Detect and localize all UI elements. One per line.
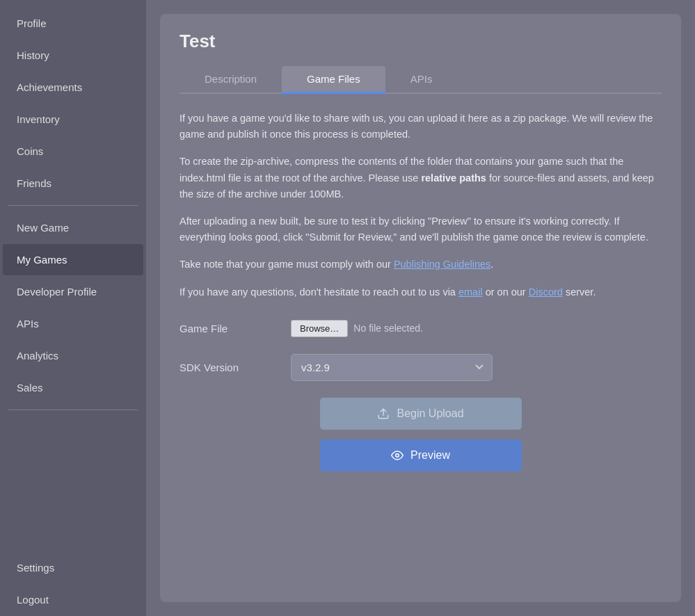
svg-point-1 — [396, 453, 399, 457]
tab-game-files[interactable]: Game Files — [282, 66, 385, 94]
sidebar: Profile History Achievements Inventory C… — [0, 0, 146, 616]
sdk-version-row: SDK Version v3.2.9 v3.2.8 v3.2.7 v3.1.0 — [179, 354, 662, 381]
sidebar-item-coins[interactable]: Coins — [3, 136, 143, 167]
sidebar-item-developer-profile[interactable]: Developer Profile — [3, 276, 143, 307]
email-link[interactable]: email — [458, 286, 483, 298]
sidebar-section-top: Profile History Achievements Inventory C… — [0, 7, 146, 200]
paragraph-2: To create the zip-archive, compress the … — [179, 154, 662, 202]
paragraph-3: After uploading a new built, be sure to … — [179, 213, 662, 245]
begin-upload-button[interactable]: Begin Upload — [320, 398, 522, 430]
publishing-guidelines-link[interactable]: Publishing Guidelines — [394, 259, 490, 270]
main-content: Test Description Game Files APIs If you … — [146, 0, 695, 616]
file-input-wrapper: Browse… No file selected. — [291, 320, 423, 337]
discord-link[interactable]: Discord — [529, 286, 563, 298]
sidebar-spacer — [0, 416, 146, 551]
preview-button[interactable]: Preview — [320, 439, 522, 471]
sidebar-item-settings[interactable]: Settings — [3, 552, 143, 583]
sidebar-item-history[interactable]: History — [3, 40, 143, 71]
sidebar-section-bottom: Settings Logout — [0, 551, 146, 616]
paragraph-4: Take note that your game must comply wit… — [179, 257, 662, 273]
sidebar-item-analytics[interactable]: Analytics — [3, 340, 143, 371]
game-file-label: Game File — [179, 323, 291, 334]
tab-apis[interactable]: APIs — [385, 66, 458, 94]
sidebar-divider-mid — [8, 410, 138, 410]
sidebar-item-sales[interactable]: Sales — [3, 372, 143, 403]
sidebar-item-inventory[interactable]: Inventory — [3, 104, 143, 135]
sidebar-section-mid: New Game My Games Developer Profile APIs… — [0, 211, 146, 404]
card-title: Test — [179, 31, 662, 52]
file-name-display: No file selected. — [353, 323, 423, 334]
upload-icon — [377, 407, 390, 420]
game-file-row: Game File Browse… No file selected. — [179, 320, 662, 337]
sidebar-item-achievements[interactable]: Achievements — [3, 72, 143, 103]
sidebar-item-friends[interactable]: Friends — [3, 168, 143, 199]
sidebar-item-profile[interactable]: Profile — [3, 8, 143, 39]
action-buttons: Begin Upload Preview — [179, 398, 662, 471]
upload-form: Game File Browse… No file selected. SDK … — [179, 320, 662, 471]
sdk-version-label: SDK Version — [179, 362, 291, 373]
sidebar-item-my-games[interactable]: My Games — [3, 244, 143, 275]
game-card: Test Description Game Files APIs If you … — [160, 14, 681, 602]
sidebar-item-apis[interactable]: APIs — [3, 308, 143, 339]
browse-button[interactable]: Browse… — [291, 320, 348, 337]
tab-description[interactable]: Description — [179, 66, 282, 94]
tab-bar: Description Game Files APIs — [179, 66, 662, 94]
sdk-version-select[interactable]: v3.2.9 v3.2.8 v3.2.7 v3.1.0 — [291, 354, 493, 381]
bold-relative-paths: relative paths — [421, 172, 486, 184]
paragraph-5: If you have any questions, don't hesitat… — [179, 284, 662, 300]
sidebar-item-new-game[interactable]: New Game — [3, 212, 143, 243]
sidebar-divider-top — [8, 205, 138, 206]
sidebar-item-logout[interactable]: Logout — [3, 584, 143, 615]
eye-icon — [391, 449, 404, 462]
paragraph-1: If you have a game you'd like to share w… — [179, 111, 662, 143]
